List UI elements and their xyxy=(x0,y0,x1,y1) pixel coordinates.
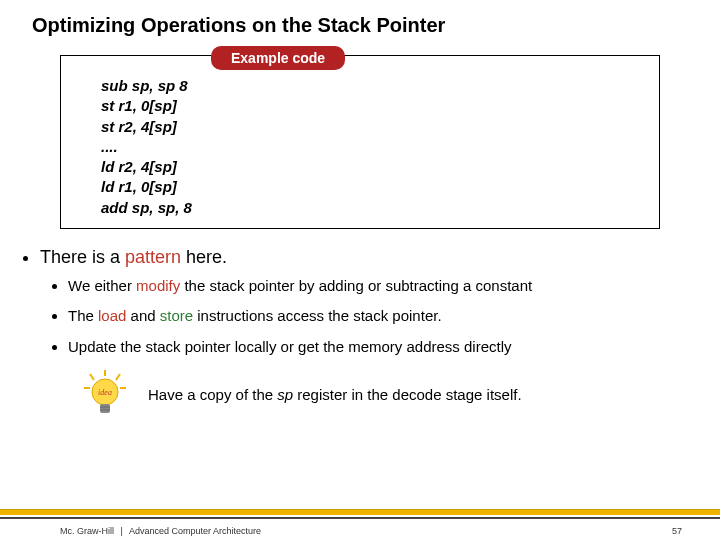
text: We either xyxy=(68,277,136,294)
highlight-modify: modify xyxy=(136,277,180,294)
sub-bullet-3: Update the stack pointer locally or get … xyxy=(68,337,720,357)
text: There is a xyxy=(40,247,125,267)
highlight-pattern: pattern xyxy=(125,247,181,267)
highlight-store: store xyxy=(160,307,193,324)
sub-bullet-1: We either modify the stack pointer by ad… xyxy=(68,276,720,296)
page-number: 57 xyxy=(672,526,682,536)
svg-line-2 xyxy=(116,374,120,380)
publisher: Mc. Graw-Hill xyxy=(60,526,114,536)
svg-line-1 xyxy=(90,374,94,380)
highlight-load: load xyxy=(98,307,126,324)
footer-accent-bar xyxy=(0,509,720,515)
sp-register: sp xyxy=(277,386,293,403)
svg-text:idea: idea xyxy=(98,388,112,397)
example-code-text: sub sp, sp 8 st r1, 0[sp] st r2, 4[sp] .… xyxy=(101,76,659,218)
slide-title: Optimizing Operations on the Stack Point… xyxy=(0,0,720,37)
bullet-list: There is a pattern here. We either modif… xyxy=(30,247,720,357)
svg-rect-7 xyxy=(100,404,110,413)
text: register in the decode stage itself. xyxy=(293,386,521,403)
main-bullet: There is a pattern here. We either modif… xyxy=(40,247,720,357)
lightbulb-idea-icon: idea xyxy=(80,370,130,418)
separator: | xyxy=(121,526,123,536)
example-code-label: Example code xyxy=(211,46,345,70)
text: instructions access the stack pointer. xyxy=(193,307,441,324)
example-code-box: Example code sub sp, sp 8 st r1, 0[sp] s… xyxy=(60,55,660,229)
text: and xyxy=(126,307,159,324)
text: Have a copy of the xyxy=(148,386,277,403)
text: the stack pointer by adding or subtracti… xyxy=(180,277,532,294)
book-title: Advanced Computer Architecture xyxy=(129,526,261,536)
idea-row: idea Have a copy of the sp register in t… xyxy=(80,370,720,418)
sub-bullet-list: We either modify the stack pointer by ad… xyxy=(68,276,720,357)
idea-text: Have a copy of the sp register in the de… xyxy=(148,386,522,403)
text: The xyxy=(68,307,98,324)
sub-bullet-2: The load and store instructions access t… xyxy=(68,306,720,326)
footer-divider xyxy=(0,517,720,519)
footer-text: Mc. Graw-Hill | Advanced Computer Archit… xyxy=(60,526,261,536)
text: here. xyxy=(181,247,227,267)
